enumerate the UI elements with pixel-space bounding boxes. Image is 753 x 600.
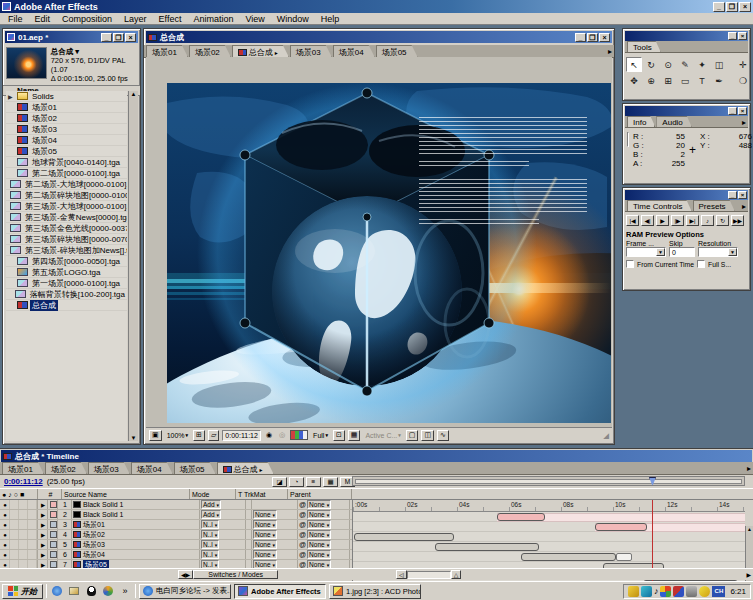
parent-select[interactable]: None▾ [307,520,331,529]
tab-presets[interactable]: Presets [693,200,735,211]
last-frame-button[interactable]: ▶| [686,215,699,226]
layer-duration-bar[interactable] [497,513,545,521]
tray-icon[interactable] [641,586,652,597]
layer-color-chip-cell[interactable] [48,550,58,559]
layer-name-cell[interactable]: 场景01 [72,520,200,529]
scroll-down-icon[interactable]: ▼ [131,435,137,441]
pixel-aspect-button[interactable]: ◫ [421,430,434,441]
toggle-switches-icon[interactable]: ◀▶ [178,570,193,579]
scroll-right-icon[interactable]: ▶ [746,571,751,578]
pickwhip-icon[interactable]: @ [299,551,306,558]
layer-duration-bar[interactable] [521,553,616,561]
tray-printer-icon[interactable] [686,586,697,597]
project-item[interactable]: 第三场景-碎块地图加News[].tga [6,245,127,256]
eye-icon[interactable]: ● [1,530,10,539]
minimize-button[interactable]: _ [728,107,737,115]
panel-menu-icon[interactable]: ▸ [742,202,748,211]
av-cell[interactable] [10,530,19,539]
av-cell[interactable] [10,500,19,509]
timeline-tab[interactable]: 场景05 [174,462,216,474]
av-cell[interactable] [10,520,19,529]
av-cell[interactable] [19,530,28,539]
tool-button[interactable]: ⊞ [660,73,676,88]
language-indicator[interactable]: CH [712,586,725,597]
parent-header[interactable]: Parent [288,489,352,499]
menu-item-view[interactable]: View [239,14,270,24]
menu-item-composition[interactable]: Composition [56,14,118,24]
av-cell[interactable] [10,540,19,549]
layer-number-header[interactable]: # [38,489,62,499]
resolution-select[interactable]: Full ▾ [311,430,330,441]
layer-color-chip[interactable] [50,511,57,518]
time-navigator[interactable] [352,476,745,486]
trkmat-header[interactable]: T TrkMat [236,489,288,499]
menu-item-window[interactable]: Window [271,14,315,24]
restore-button[interactable]: ❐ [113,33,124,42]
volume-icon[interactable]: ♪ [654,586,659,596]
minimize-button[interactable]: _ [713,2,725,12]
comp-name[interactable]: 总合成 ▾ [51,47,137,56]
minimize-button[interactable]: _ [728,32,737,40]
pickwhip-icon[interactable]: @ [299,511,306,518]
layer-name-cell[interactable]: 场景04 [72,550,200,559]
quicklaunch-qq-icon[interactable] [84,585,98,598]
layer-name-cell[interactable]: Black Solid 1 [72,510,200,519]
timeline-layer-row[interactable]: ●▶6场景04N..l▾None▾@None▾ [0,550,352,560]
time-controls-titlebar[interactable]: _ × [625,190,748,200]
project-item[interactable]: 第五场景LOGO.tga [6,267,127,278]
trkmat-select[interactable]: None▾ [253,550,277,559]
first-frame-button[interactable]: |◀ [626,215,639,226]
av-cell[interactable] [28,510,37,519]
parent-select[interactable]: None▾ [307,510,331,519]
tab-overflow-icon[interactable]: ▸ [747,464,751,473]
zoom-in-icon[interactable]: △ [451,570,462,579]
tray-icon[interactable] [699,586,710,597]
comp-tab[interactable]: 总合成▸ [232,45,289,57]
layer-duration-bar[interactable] [435,543,539,551]
layer-color-chip-cell[interactable] [48,540,58,549]
view-layout-button[interactable]: ▢ [406,430,419,441]
project-item[interactable]: 地球背景[0040-0140].tga [6,157,127,168]
project-item[interactable]: 第二场景[0000-0100].tga [6,168,127,179]
trkmat-select[interactable]: None▾ [253,520,277,529]
project-item[interactable]: 场景05 [6,146,127,157]
eye-icon[interactable]: ● [1,550,10,559]
taskbar-task[interactable]: 电白同乡论坛 -> 发表... [139,584,231,599]
project-item[interactable]: 第一场景[0000-0100].tga [6,278,127,289]
project-item[interactable]: 落幅背景转换[100-200].tga [6,289,127,300]
project-item[interactable]: 场景02 [6,113,127,124]
tab-audio[interactable]: Audio [656,116,691,127]
eye-icon[interactable]: ● [1,520,10,529]
layer-name-cell[interactable]: 场景02 [72,530,200,539]
tool-button[interactable]: ✎ [677,57,693,72]
comp-tab[interactable]: 场景02 [189,45,231,57]
project-item[interactable]: 第三场景碎块地图[0000-0070].tga [6,234,127,245]
restore-button[interactable]: ❐ [587,33,598,42]
timeline-layer-row[interactable]: ●▶2Black Solid 1Add▾None▾@None▾ [0,510,352,520]
mode-select[interactable]: Add▾ [201,500,221,509]
av-cell[interactable] [10,550,19,559]
fast-preview-button[interactable]: ∿ [437,430,449,441]
tool-button[interactable]: ↻ [643,57,659,72]
av-cell[interactable] [28,530,37,539]
restore-button[interactable]: ❐ [726,2,738,12]
layer-expander-icon[interactable]: ▶ [38,550,48,559]
quicklaunch-media-icon[interactable] [101,585,115,598]
full-screen-checkbox[interactable] [697,260,705,268]
pickwhip-icon[interactable]: @ [299,541,306,548]
layer-color-chip[interactable] [50,521,57,528]
project-item[interactable]: 场景01 [6,102,127,113]
switches-modes-button[interactable]: Switches / Modes [193,570,278,579]
timeline-layer-row[interactable]: ●▶5场景03N..l▾None▾@None▾ [0,540,352,550]
source-name-header[interactable]: Source Name [62,489,190,499]
timeline-titlebar[interactable]: 总合成 * Timeline [1,450,752,462]
info-titlebar[interactable]: _ × [625,106,748,116]
start-button[interactable]: 开始 [2,584,43,599]
mode-header[interactable]: Mode [190,489,236,499]
close-button[interactable]: × [125,33,136,42]
tab-tools[interactable]: Tools [627,41,661,52]
hide-shy-button[interactable]: ≡ [306,477,321,487]
timeline-tab[interactable]: 总合成▸ [217,462,274,474]
tab-info[interactable]: Info [627,116,655,127]
project-item[interactable]: 场景04 [6,135,127,146]
